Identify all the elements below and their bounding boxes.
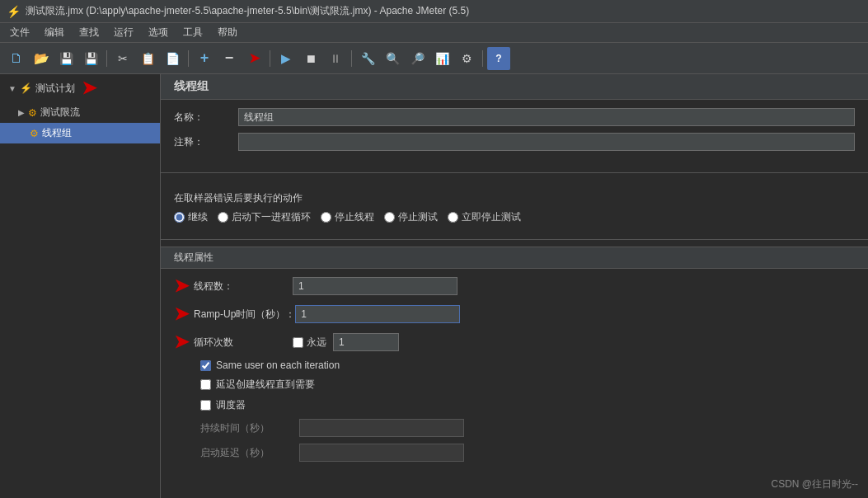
- name-label: 名称：: [174, 110, 232, 124]
- toolbar-settings[interactable]: ⚙: [455, 47, 478, 70]
- delay-create-row: 延迟创建线程直到需要: [174, 378, 855, 392]
- toolbar-arrow[interactable]: ➤: [242, 47, 265, 70]
- menu-help[interactable]: 帮助: [211, 24, 244, 41]
- tree-icon-thread-group: ⚙: [30, 128, 39, 139]
- toolbar-save[interactable]: 💾: [79, 47, 102, 70]
- tree-item-thread-group[interactable]: ⚙ 线程组: [0, 123, 160, 143]
- panel-title: 线程组: [161, 74, 868, 100]
- radio-group-error-action: 继续 启动下一进程循环 停止线程 停止测试 立即停止测试: [174, 210, 855, 224]
- tree-arrow-test-plan: ▼: [8, 84, 16, 93]
- comment-row: 注释：: [174, 133, 855, 151]
- same-user-label[interactable]: Same user on each iteration: [216, 359, 340, 371]
- red-arrow-test-plan: ➤: [82, 78, 96, 99]
- toolbar-clear[interactable]: 🔧: [356, 47, 379, 70]
- rampup-row: ➤ Ramp-Up时间（秒）：: [174, 303, 855, 325]
- rampup-input[interactable]: [295, 305, 460, 323]
- loop-label: 循环次数: [194, 336, 293, 350]
- thread-count-row: ➤ 线程数：: [174, 275, 855, 297]
- loop-forever-checkbox[interactable]: [293, 337, 303, 348]
- toolbar-save-all[interactable]: 💾: [54, 47, 77, 70]
- watermark: CSDN @往日时光--: [771, 477, 858, 491]
- divider-1: [161, 172, 868, 173]
- tree-item-test-plan[interactable]: ▼ ⚡ 测试计划 ➤: [0, 74, 160, 102]
- radio-stop-test[interactable]: 停止测试: [384, 210, 438, 224]
- right-panel: 线程组 名称： 注释： 在取样器错误后要执行的动作 继续 启动下一: [161, 74, 868, 498]
- scheduler-row: 调度器: [174, 398, 855, 412]
- scheduler-label[interactable]: 调度器: [216, 398, 246, 412]
- title-icon: ⚡: [7, 5, 21, 18]
- menu-file[interactable]: 文件: [3, 24, 36, 41]
- radio-next-loop[interactable]: 启动下一进程循环: [218, 210, 311, 224]
- menu-options[interactable]: 选项: [142, 24, 175, 41]
- name-input[interactable]: [238, 108, 855, 126]
- duration-input: [299, 419, 464, 437]
- name-row: 名称：: [174, 108, 855, 126]
- startup-delay-input: [299, 444, 464, 462]
- toolbar-sep-3: [270, 50, 270, 67]
- toolbar-add[interactable]: +: [193, 47, 216, 70]
- toolbar-sep-1: [106, 50, 107, 67]
- menu-run[interactable]: 运行: [107, 24, 140, 41]
- tree-icon-test-limit: ⚙: [28, 107, 37, 119]
- loop-count-input[interactable]: [333, 333, 399, 351]
- toolbar-sep-2: [188, 50, 189, 67]
- toolbar-pause[interactable]: ⏸: [324, 47, 347, 70]
- tree-item-test-limit[interactable]: ▶ ⚙ 测试限流: [0, 102, 160, 123]
- divider-2: [161, 239, 868, 240]
- tree-icon-test-plan: ⚡: [20, 82, 32, 94]
- same-user-checkbox[interactable]: [200, 360, 211, 371]
- main-layout: ▼ ⚡ 测试计划 ➤ ▶ ⚙ 测试限流 ⚙ 线程组 线程组 名称： 注释：: [0, 74, 868, 498]
- scheduler-checkbox[interactable]: [200, 400, 211, 411]
- thread-props-label: 线程属性: [161, 247, 868, 269]
- menu-tools[interactable]: 工具: [176, 24, 209, 41]
- duration-label: 持续时间（秒）: [200, 421, 299, 435]
- same-user-row: Same user on each iteration: [174, 359, 855, 371]
- delay-create-checkbox[interactable]: [200, 379, 211, 390]
- radio-continue[interactable]: 继续: [174, 210, 208, 224]
- toolbar-cut[interactable]: ✂: [111, 47, 134, 70]
- toolbar-find[interactable]: 🔎: [406, 47, 429, 70]
- tree-label-test-limit: 测试限流: [40, 106, 80, 120]
- rampup-label: Ramp-Up时间（秒）：: [194, 308, 295, 322]
- loop-forever-checkbox-row[interactable]: 永远: [293, 336, 326, 350]
- tree-arrow-test-limit: ▶: [18, 108, 25, 117]
- toolbar: 🗋 📂 💾 💾 ✂ 📋 📄 + − ➤ ▶ ⏹ ⏸ 🔧 🔍 🔎 📊 ⚙ ?: [0, 43, 868, 74]
- toolbar-chart[interactable]: 📊: [430, 47, 453, 70]
- props-section: ➤ 线程数： ➤ Ramp-Up时间（秒）： ➤ 循环次数 永远: [161, 269, 868, 475]
- toolbar-new[interactable]: 🗋: [5, 47, 28, 70]
- toolbar-run[interactable]: ▶: [274, 47, 298, 70]
- startup-delay-label: 启动延迟（秒）: [200, 446, 299, 460]
- error-action-label: 在取样器错误后要执行的动作: [174, 191, 855, 205]
- radio-stop-thread[interactable]: 停止线程: [321, 210, 374, 224]
- delay-create-label[interactable]: 延迟创建线程直到需要: [216, 378, 315, 392]
- toolbar-stop[interactable]: ⏹: [299, 47, 322, 70]
- thread-count-label: 线程数：: [194, 280, 293, 294]
- thread-count-input[interactable]: [293, 277, 457, 295]
- toolbar-sep-4: [351, 50, 352, 67]
- toolbar-copy[interactable]: 📋: [136, 47, 159, 70]
- toolbar-sep-5: [482, 50, 483, 67]
- toolbar-search[interactable]: 🔍: [381, 47, 404, 70]
- radio-stop-test-now[interactable]: 立即停止测试: [448, 210, 521, 224]
- menu-edit[interactable]: 编辑: [38, 24, 71, 41]
- toolbar-paste[interactable]: 📄: [161, 47, 184, 70]
- comment-label: 注释：: [174, 135, 232, 149]
- comment-input[interactable]: [238, 133, 855, 151]
- left-panel: ▼ ⚡ 测试计划 ➤ ▶ ⚙ 测试限流 ⚙ 线程组: [0, 74, 161, 498]
- menu-find[interactable]: 查找: [73, 24, 106, 41]
- red-arrow-thread-count: ➤: [174, 275, 189, 297]
- loop-row: ➤ 循环次数 永远: [174, 331, 855, 353]
- toolbar-help[interactable]: ?: [487, 47, 510, 70]
- startup-delay-row: 启动延迟（秒）: [174, 444, 855, 462]
- name-section: 名称： 注释：: [161, 100, 868, 166]
- red-arrow-loop: ➤: [174, 331, 189, 353]
- red-arrow-rampup: ➤: [174, 303, 189, 325]
- duration-row: 持续时间（秒）: [174, 419, 855, 437]
- toolbar-remove[interactable]: −: [218, 47, 241, 70]
- menu-bar: 文件 编辑 查找 运行 选项 工具 帮助: [0, 23, 868, 43]
- error-action-section: 在取样器错误后要执行的动作 继续 启动下一进程循环 停止线程 停止测试: [161, 180, 868, 233]
- tree-label-thread-group: 线程组: [42, 126, 72, 140]
- title-bar: ⚡ 测试限流.jmx (D:\apply\apache-jmeter-5.5\a…: [0, 0, 868, 23]
- toolbar-open[interactable]: 📂: [30, 47, 53, 70]
- tree-label-test-plan: 测试计划: [35, 82, 75, 96]
